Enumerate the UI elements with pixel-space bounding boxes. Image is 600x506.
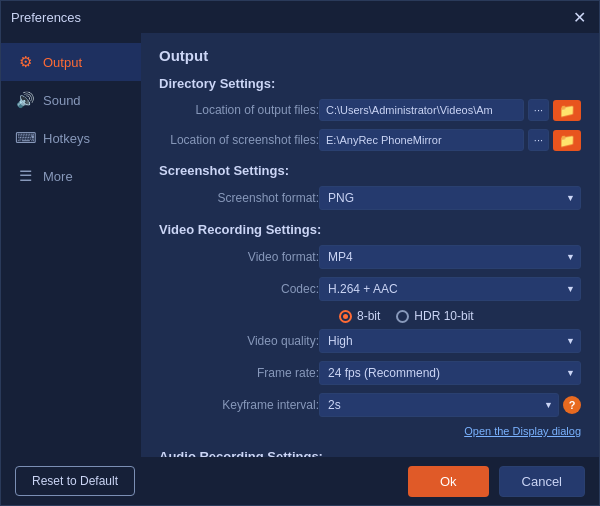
screenshot-format-select[interactable]: PNG (319, 186, 581, 210)
video-format-label: Video format: (159, 250, 319, 264)
output-path-row: Location of output files: C:\Users\Admin… (159, 99, 581, 121)
framerate-label: Frame rate: (159, 366, 319, 380)
screenshot-path-row: Location of screenshot files: E:\AnyRec … (159, 129, 581, 151)
bit8-label: 8-bit (357, 309, 380, 323)
screenshot-format-label: Screenshot format: (159, 191, 319, 205)
screenshot-folder-button[interactable]: 📁 (553, 130, 581, 151)
video-quality-row: Video quality: High (159, 329, 581, 353)
bit8-dot (343, 314, 348, 319)
video-codec-select[interactable]: H.264 + AAC (319, 277, 581, 301)
preferences-window: Preferences ✕ ⚙ Output 🔊 Sound ⌨ Hotkeys… (0, 0, 600, 506)
framerate-row: Frame rate: 24 fps (Recommend) (159, 361, 581, 385)
title-bar: Preferences ✕ (1, 1, 599, 33)
hotkeys-icon: ⌨ (15, 129, 35, 147)
sidebar-item-label: Hotkeys (43, 131, 90, 146)
video-settings-title: Video Recording Settings: (159, 222, 581, 237)
keyframe-field: 2s ? (319, 393, 581, 417)
framerate-field: 24 fps (Recommend) (319, 361, 581, 385)
sidebar-item-sound[interactable]: 🔊 Sound (1, 81, 141, 119)
video-codec-label: Codec: (159, 282, 319, 296)
directory-settings-title: Directory Settings: (159, 76, 581, 91)
sidebar-item-label: Output (43, 55, 82, 70)
help-button[interactable]: ? (563, 396, 581, 414)
screenshot-dots-button[interactable]: ··· (528, 129, 549, 151)
keyframe-wrapper: 2s (319, 393, 559, 417)
content-area: ⚙ Output 🔊 Sound ⌨ Hotkeys ☰ More Output… (1, 33, 599, 457)
video-format-field: MP4 (319, 245, 581, 269)
framerate-wrapper: 24 fps (Recommend) (319, 361, 581, 385)
video-format-select[interactable]: MP4 (319, 245, 581, 269)
bit8-option[interactable]: 8-bit (339, 309, 380, 323)
screenshot-path-label: Location of screenshot files: (159, 133, 319, 147)
video-quality-wrapper: High (319, 329, 581, 353)
screenshot-path-value: E:\AnyRec PhoneMirror (319, 129, 524, 151)
sidebar-item-more[interactable]: ☰ More (1, 157, 141, 195)
output-dots-button[interactable]: ··· (528, 99, 549, 121)
sidebar-item-label: More (43, 169, 73, 184)
close-button[interactable]: ✕ (569, 7, 589, 27)
video-codec-field: H.264 + AAC (319, 277, 581, 301)
screenshot-format-wrapper: PNG (319, 186, 581, 210)
action-buttons: Ok Cancel (408, 466, 585, 497)
display-dialog-link[interactable]: Open the Display dialog (159, 425, 581, 437)
framerate-select[interactable]: 24 fps (Recommend) (319, 361, 581, 385)
bottom-bar: Reset to Default Ok Cancel (1, 457, 599, 505)
video-codec-row: Codec: H.264 + AAC (159, 277, 581, 301)
output-folder-button[interactable]: 📁 (553, 100, 581, 121)
video-format-row: Video format: MP4 (159, 245, 581, 269)
sidebar-item-hotkeys[interactable]: ⌨ Hotkeys (1, 119, 141, 157)
keyframe-row: Keyframe interval: 2s ? (159, 393, 581, 417)
bit10-label: HDR 10-bit (414, 309, 473, 323)
bit10-option[interactable]: HDR 10-bit (396, 309, 473, 323)
output-path-field: C:\Users\Administrator\Videos\Am ··· 📁 (319, 99, 581, 121)
more-icon: ☰ (15, 167, 35, 185)
screenshot-path-field: E:\AnyRec PhoneMirror ··· 📁 (319, 129, 581, 151)
sidebar: ⚙ Output 🔊 Sound ⌨ Hotkeys ☰ More (1, 33, 141, 457)
ok-button[interactable]: Ok (408, 466, 489, 497)
output-icon: ⚙ (15, 53, 35, 71)
main-panel: Output Directory Settings: Location of o… (141, 33, 599, 457)
video-quality-field: High (319, 329, 581, 353)
bit-depth-row: 8-bit HDR 10-bit (339, 309, 581, 323)
screenshot-settings-title: Screenshot Settings: (159, 163, 581, 178)
video-format-wrapper: MP4 (319, 245, 581, 269)
window-title: Preferences (11, 10, 81, 25)
sound-icon: 🔊 (15, 91, 35, 109)
video-quality-select[interactable]: High (319, 329, 581, 353)
keyframe-select[interactable]: 2s (319, 393, 559, 417)
screenshot-format-row: Screenshot format: PNG (159, 186, 581, 210)
cancel-button[interactable]: Cancel (499, 466, 585, 497)
output-path-value: C:\Users\Administrator\Videos\Am (319, 99, 524, 121)
reset-button[interactable]: Reset to Default (15, 466, 135, 496)
page-title: Output (159, 47, 581, 64)
bit8-radio[interactable] (339, 310, 352, 323)
audio-settings-title: Audio Recording Settings: (159, 449, 581, 457)
video-quality-label: Video quality: (159, 334, 319, 348)
sidebar-item-label: Sound (43, 93, 81, 108)
keyframe-label: Keyframe interval: (159, 398, 319, 412)
video-codec-wrapper: H.264 + AAC (319, 277, 581, 301)
sidebar-item-output[interactable]: ⚙ Output (1, 43, 141, 81)
bit10-radio[interactable] (396, 310, 409, 323)
screenshot-format-field: PNG (319, 186, 581, 210)
output-path-label: Location of output files: (159, 103, 319, 117)
